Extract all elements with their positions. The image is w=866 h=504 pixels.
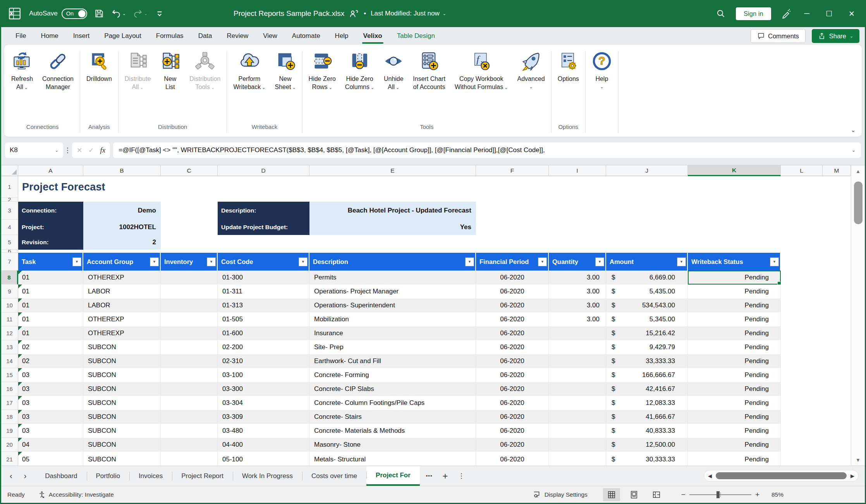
cell-inventory[interactable]	[161, 326, 218, 340]
new-sheet-button[interactable]: NewSheet ⌄	[270, 50, 301, 93]
cell-description[interactable]: Concrete- Stairs	[309, 410, 476, 424]
cell-cost-code[interactable]: 02-310	[218, 354, 309, 368]
tab-velixo[interactable]: Velixo	[356, 27, 390, 45]
cell-cost-code[interactable]: 03-304	[218, 396, 309, 410]
select-all-corner[interactable]	[1, 165, 18, 176]
cell-financial-period[interactable]: 06-2020	[476, 438, 549, 452]
filter-button[interactable]: ▼	[677, 257, 686, 266]
cell-account-group[interactable]: OTHEREXP	[83, 326, 161, 340]
cell-amount[interactable]: $41,666.67	[606, 410, 688, 424]
cell-cost-code[interactable]: 01-311	[218, 285, 309, 298]
cell-quantity[interactable]	[549, 326, 606, 340]
zoom-in-icon[interactable]: +	[755, 490, 759, 499]
revision-value-cell[interactable]: 2	[83, 235, 161, 250]
cell-financial-period[interactable]: 06-2020	[476, 410, 549, 424]
sheet-tab-portfolio[interactable]: Portfolio	[87, 466, 129, 486]
cell-amount[interactable]: $5,435.00	[606, 285, 688, 298]
scroll-left-icon[interactable]: ◀	[708, 473, 712, 479]
empty-cell[interactable]	[823, 285, 851, 298]
minimize-button[interactable]: ─	[801, 9, 813, 18]
cell-cost-code[interactable]: 03-309	[218, 410, 309, 424]
cell-writeback-status[interactable]: Pending	[688, 438, 781, 452]
tab-review[interactable]: Review	[220, 27, 256, 45]
sheet-tab-dashboard[interactable]: Dashboard	[36, 466, 86, 486]
empty-cell[interactable]	[781, 312, 823, 326]
tab-home[interactable]: Home	[33, 27, 65, 45]
cell-amount[interactable]: $42,416.67	[606, 382, 688, 396]
cell-financial-period[interactable]: 06-2020	[476, 396, 549, 410]
cancel-entry-icon[interactable]: ✕	[77, 146, 82, 154]
description-label-cell[interactable]: Description:	[218, 202, 309, 219]
empty-cell[interactable]	[781, 271, 823, 285]
cell-financial-period[interactable]: 06-2020	[476, 285, 549, 298]
cell-inventory[interactable]	[161, 382, 218, 396]
cell-task[interactable]: 02	[18, 340, 83, 354]
empty-cell[interactable]	[781, 340, 823, 354]
perform-writeback-button[interactable]: PerformWriteback ⌄	[229, 50, 270, 93]
empty-cell[interactable]	[823, 298, 851, 312]
empty-cell[interactable]	[781, 382, 823, 396]
advanced-button[interactable]: Advanced⌄	[513, 50, 550, 92]
cell-task[interactable]: 01	[18, 326, 83, 340]
row-header-5[interactable]: 5	[1, 235, 18, 250]
collapse-ribbon-icon[interactable]: ⌄	[851, 127, 856, 134]
cell-financial-period[interactable]: 06-2020	[476, 368, 549, 382]
accessibility-status[interactable]: Accessibility: Investigate	[38, 491, 114, 499]
cell-cost-code[interactable]: 05-100	[218, 452, 309, 466]
row-header-15[interactable]: 15	[1, 368, 18, 382]
cell-inventory[interactable]	[161, 396, 218, 410]
column-header-E[interactable]: E	[309, 165, 476, 176]
filter-button[interactable]: ▼	[465, 257, 474, 266]
cell-financial-period[interactable]: 06-2020	[476, 452, 549, 466]
quick-access-toolbar-button[interactable]	[155, 9, 165, 19]
sheet-tab-active[interactable]: Project For	[366, 466, 420, 486]
cell-account-group[interactable]: SUBCON	[83, 354, 161, 368]
cell-quantity[interactable]: 3.00	[549, 312, 606, 326]
tab-page-layout[interactable]: Page Layout	[97, 27, 148, 45]
cell-task[interactable]: 05	[18, 452, 83, 466]
scroll-down-icon[interactable]: ▼	[856, 454, 861, 466]
sheet-tab-project-report[interactable]: Project Report	[172, 466, 233, 486]
cell-inventory[interactable]	[161, 368, 218, 382]
row-header-8[interactable]: 8	[1, 271, 18, 285]
row-header-7[interactable]: 7	[1, 253, 18, 271]
scroll-up-icon[interactable]: ▲	[856, 165, 861, 177]
cell-inventory[interactable]	[161, 271, 218, 285]
filter-button[interactable]: ▼	[595, 257, 604, 266]
row-header-12[interactable]: 12	[1, 326, 18, 340]
empty-cell[interactable]	[781, 438, 823, 452]
cell-task[interactable]: 03	[18, 410, 83, 424]
column-header-M[interactable]: M	[823, 165, 851, 176]
empty-cell[interactable]	[476, 219, 549, 235]
cell-inventory[interactable]	[161, 410, 218, 424]
table-header-quantity[interactable]: Quantity▼	[549, 253, 606, 271]
page-layout-view-button[interactable]	[625, 488, 643, 501]
row-header-11[interactable]: 11	[1, 312, 18, 326]
empty-cell[interactable]	[823, 396, 851, 410]
cell-description[interactable]: Site- Prep	[309, 340, 476, 354]
cell-financial-period[interactable]: 06-2020	[476, 271, 549, 285]
cell-quantity[interactable]	[549, 340, 606, 354]
empty-cell[interactable]	[823, 368, 851, 382]
hide-zero-columns-button[interactable]: Hide ZeroColumns ⌄	[340, 50, 379, 93]
vertical-scrollbar[interactable]: ▲ ▼	[851, 165, 865, 466]
row-header-20[interactable]: 20	[1, 438, 18, 452]
cell-description[interactable]: Masonry- Stone	[309, 438, 476, 452]
empty-cell[interactable]	[781, 253, 823, 271]
cell-description[interactable]: Metals- Structural	[309, 452, 476, 466]
empty-cell[interactable]	[823, 354, 851, 368]
empty-cell[interactable]	[476, 202, 549, 219]
cell-inventory[interactable]	[161, 312, 218, 326]
cell-task[interactable]: 04	[18, 438, 83, 452]
new-list-button[interactable]: NewList	[155, 50, 185, 92]
cell-quantity[interactable]	[549, 354, 606, 368]
table-header-account-group[interactable]: Account Group▼	[83, 253, 161, 271]
horizontal-scrollbar[interactable]: ◀ ▶	[704, 470, 859, 482]
row-header-10[interactable]: 10	[1, 298, 18, 312]
empty-cell[interactable]	[823, 340, 851, 354]
cell-quantity[interactable]	[549, 396, 606, 410]
row-header-17[interactable]: 17	[1, 396, 18, 410]
cell-task[interactable]: 03	[18, 368, 83, 382]
empty-cell[interactable]	[823, 424, 851, 438]
cell-amount[interactable]: $33,333.33	[606, 354, 688, 368]
